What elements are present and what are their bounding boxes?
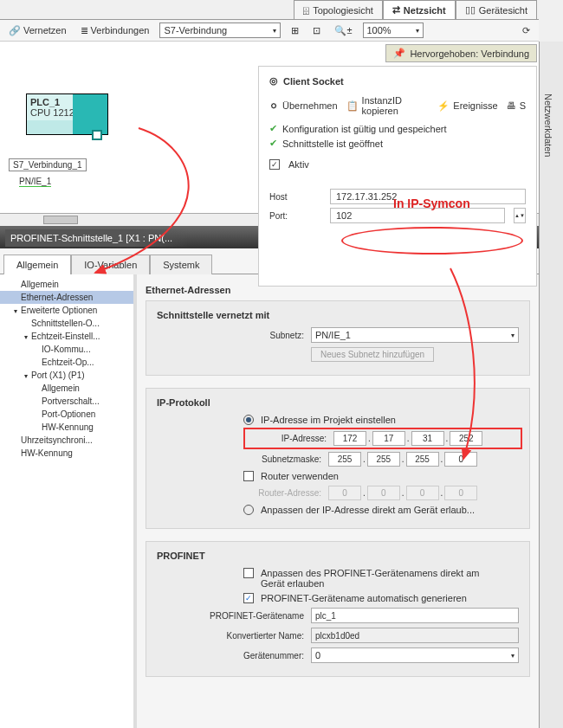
connection-type-select[interactable]: S7-Verbindung▾ (159, 23, 281, 38)
aktiv-label: Aktiv (288, 159, 309, 170)
vernetzen-button[interactable]: 🔗Vernetzen (5, 23, 70, 38)
tool-icon-2[interactable]: ⊡ (309, 23, 324, 38)
pn-name-auto-checkbox[interactable]: ✓ (243, 593, 254, 603)
tool-icon-1[interactable]: ⊞ (288, 23, 302, 38)
tab-network[interactable]: ⇄Netzsicht (383, 0, 456, 19)
link-icon: 🔗 (9, 25, 21, 36)
host-label: Host (269, 192, 321, 202)
tree-item[interactable]: IO-Kommu... (0, 343, 133, 356)
tab-allgemein[interactable]: Allgemein (3, 254, 71, 274)
subnetz-select[interactable]: PN/IE_1▾ (311, 327, 519, 343)
pn-num-label: Gerätenummer: (157, 651, 304, 660)
tree-item[interactable]: Port-Optionen (0, 408, 133, 421)
panel-title: ◎Client Socket (269, 75, 526, 87)
use-router-label: Router verwenden (261, 471, 339, 481)
tab-device[interactable]: ▯▯Gerätesicht (456, 0, 537, 19)
ip-symcon-panel: ◎Client Socket ⭘Übernehmen 📋InstanzID ko… (258, 66, 537, 287)
pn-name-auto-label: PROFINET-Gerätename automatisch generier… (261, 593, 467, 603)
tree-item[interactable]: Portverschalt... (0, 395, 133, 408)
status-config: ✔Konfiguration ist gültig und gespeicher… (269, 123, 526, 134)
router-address-input: 0. 0. 0. 0 (328, 486, 519, 500)
sub-iface: Schnittstelle vernetzt mit (157, 310, 519, 320)
tree-item[interactable]: Allgemein (0, 278, 133, 291)
tab-systemk[interactable]: Systemk (150, 254, 212, 274)
zoom-select[interactable]: 100%▾ (363, 23, 424, 38)
tree-item[interactable]: Allgemein (0, 382, 133, 395)
port-label: Port: (269, 211, 321, 221)
pn-name-direct-label: Anpassen des PROFINET-Gerätenamens direk… (261, 568, 486, 589)
inspector-title: PROFINET-Schnittstelle_1 [X1 : PN(... (5, 229, 188, 247)
radio-set-label: IP-Adresse im Projekt einstellen (261, 415, 396, 425)
pn-name-direct-checkbox[interactable] (243, 568, 254, 578)
s-icon: 🖶 (507, 100, 516, 111)
connection-label[interactable]: S7_Verbindung_1 (9, 158, 87, 171)
ip-address-input[interactable]: 172. 17. 31. 252 (333, 431, 517, 446)
scrollbar-thumb[interactable] (43, 216, 78, 224)
panel-ip: IP-Protokoll IP-Adresse im Projekt einst… (146, 388, 530, 529)
pn-conv-label: Konvertierter Name: (157, 631, 304, 641)
panel-iface: Schnittstelle vernetzt mit Subnetz: PN/I… (146, 300, 530, 376)
annotation-text: In IP-Symcon (393, 196, 470, 210)
property-form: Ethernet-Adressen Schnittstelle vernetzt… (137, 274, 539, 728)
pn-name-label: PROFINET-Gerätename (157, 611, 304, 621)
use-router-checkbox[interactable] (243, 471, 254, 481)
copy-icon: 📋 (346, 100, 359, 112)
tool-icon-right[interactable]: ⟳ (519, 23, 534, 38)
tree-item[interactable]: ▾Port (X1) (P1) (0, 369, 133, 382)
chevron-down-icon: ▾ (511, 652, 514, 660)
view-tabs: ⌹Topologiesicht ⇄Netzsicht ▯▯Gerätesicht (294, 0, 537, 19)
tree-item[interactable]: ▾Echtzeit-Einstell... (0, 330, 133, 343)
apply-button[interactable]: ⭘Übernehmen (269, 95, 338, 116)
aktiv-checkbox[interactable]: ✓ (269, 159, 280, 170)
s-button[interactable]: 🖶S (507, 95, 526, 116)
panel-profinet: PROFINET Anpassen des PROFINET-Gerätenam… (146, 541, 530, 677)
tree-item[interactable]: Uhrzeitsynchroni... (0, 434, 133, 447)
events-button[interactable]: ⚡Ereignisse (437, 95, 497, 116)
chevron-down-icon: ▾ (511, 332, 514, 339)
tree-item[interactable]: ▾Erweiterte Optionen (0, 304, 133, 317)
pn-name-input[interactable] (311, 608, 519, 623)
check-icon: ✔ (269, 123, 277, 134)
sub-profinet: PROFINET (157, 551, 519, 561)
pin-icon: 📌 (393, 48, 405, 59)
panel-actions: ⭘Übernehmen 📋InstanzID kopieren ⚡Ereigni… (269, 95, 526, 116)
pn-num-select[interactable]: 0▾ (311, 647, 519, 663)
device-icon: ▯▯ (465, 4, 476, 16)
status-iface: ✔Schnittstelle ist geöffnet (269, 138, 526, 149)
tree-item[interactable]: HW-Kennung (0, 421, 133, 434)
conn-icon: ≣ (81, 25, 88, 36)
pnie-label[interactable]: PN/IE_1 (19, 177, 51, 187)
radio-set-in-project[interactable] (243, 415, 254, 425)
tree-item[interactable]: Ethernet-Adressen (0, 291, 133, 304)
side-panel-handle[interactable]: Netzwerkdaten (539, 42, 563, 728)
new-subnet-button: Neues Subnetz hinzufügen (311, 347, 434, 362)
ip-label: IP-Adresse: (249, 434, 327, 443)
tree-item[interactable]: Echtzeit-Op... (0, 356, 133, 369)
tab-topology[interactable]: ⌹Topologiesicht (294, 0, 383, 19)
socket-icon: ◎ (269, 75, 278, 87)
tab-io-variablen[interactable]: IO-Variablen (71, 254, 150, 274)
network-icon: ⇄ (392, 4, 400, 16)
verbindungen-button[interactable]: ≣Verbindungen (77, 23, 153, 38)
zoom-fit-icon[interactable]: 🔍± (331, 23, 355, 38)
tree-item[interactable]: HW-Kennung (0, 447, 133, 460)
annotation-oval (341, 227, 523, 254)
copy-id-button[interactable]: 📋InstanzID kopieren (346, 95, 430, 116)
plc-node[interactable]: PLC_1CPU 1212C (26, 93, 108, 135)
subnet-mask-input[interactable]: 255. 255. 255. 0 (328, 452, 519, 467)
chevron-down-icon: ▾ (273, 27, 276, 35)
bolt-icon: ⚡ (437, 100, 450, 112)
subnetz-label: Subnetz: (157, 331, 304, 340)
chevron-down-icon: ▾ (416, 27, 419, 35)
port-stepper[interactable]: ▲▼ (514, 208, 526, 223)
highlight-badge[interactable]: 📌Hervorgehoben: Verbindung (385, 44, 537, 62)
radio-dev-label: Anpassen der IP-Adresse direkt am Gerät … (261, 505, 475, 515)
property-tree[interactable]: AllgemeinEthernet-Adressen▾Erweiterte Op… (0, 274, 137, 728)
plc-port[interactable] (92, 130, 102, 140)
pn-conv-input (311, 628, 519, 643)
side-panel-label: Netzwerkdaten (543, 93, 553, 157)
radio-set-on-device[interactable] (243, 505, 254, 515)
toolbar: 🔗Vernetzen ≣Verbindungen S7-Verbindung▾ … (0, 19, 539, 42)
topology-icon: ⌹ (303, 5, 309, 16)
tree-item[interactable]: Schnittstellen-O... (0, 317, 133, 330)
